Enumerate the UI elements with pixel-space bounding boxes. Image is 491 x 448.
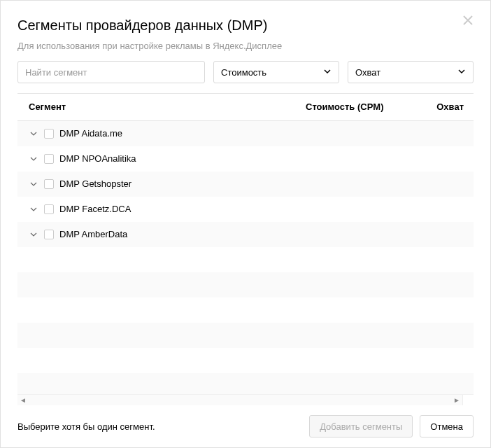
dialog-subtitle: Для использования при настройке рекламы … xyxy=(17,41,474,51)
dialog-title: Сегменты провайдеров данных (DMP) xyxy=(17,18,474,34)
cancel-label: Отмена xyxy=(430,421,463,432)
segment-label: DMP AmberData xyxy=(59,229,127,239)
scroll-track[interactable] xyxy=(29,395,451,405)
table-row: DMP AmberData xyxy=(17,222,474,247)
col-header-reach: Охват xyxy=(418,102,467,112)
cancel-button[interactable]: Отмена xyxy=(420,415,474,438)
table-row: DMP Aidata.me xyxy=(17,121,474,146)
search-input[interactable] xyxy=(17,61,205,83)
table-row: DMP Facetz.DCA xyxy=(17,197,474,222)
segment-checkbox[interactable] xyxy=(44,179,54,189)
scroll-corner xyxy=(462,395,474,405)
reach-select-label: Охват xyxy=(355,67,380,78)
table-row xyxy=(17,298,474,323)
segment-checkbox[interactable] xyxy=(44,129,54,139)
table-row xyxy=(17,247,474,272)
add-segments-label: Добавить сегменты xyxy=(320,421,402,432)
segment-label: DMP Aidata.me xyxy=(59,128,122,139)
scroll-right-arrow-icon[interactable]: ► xyxy=(451,396,462,404)
table-header: Сегмент Стоимость (CPM) Охват xyxy=(17,93,474,121)
cost-select-label: Стоимость xyxy=(221,67,266,78)
add-segments-button[interactable]: Добавить сегменты xyxy=(309,415,413,438)
footer-message: Выберите хотя бы один сегмент. xyxy=(17,421,302,432)
expand-caret-icon[interactable] xyxy=(29,155,38,162)
expand-caret-icon[interactable] xyxy=(29,130,38,137)
segment-label: DMP NPOAnalitika xyxy=(59,153,136,164)
segment-checkbox[interactable] xyxy=(44,230,54,239)
close-icon[interactable] xyxy=(460,12,476,29)
expand-caret-icon[interactable] xyxy=(29,206,38,213)
reach-select[interactable]: Охват xyxy=(348,61,474,83)
table-row: DMP Getshopster xyxy=(17,172,474,197)
dmp-segments-dialog: Сегменты провайдеров данных (DMP) Для ис… xyxy=(0,0,491,448)
segment-list[interactable]: DMP Aidata.meDMP NPOAnalitikaDMP Getshop… xyxy=(17,121,474,395)
expand-caret-icon[interactable] xyxy=(29,231,38,238)
filter-bar: Стоимость Охват xyxy=(17,61,474,83)
col-header-segment: Сегмент xyxy=(17,102,306,112)
expand-caret-icon[interactable] xyxy=(29,181,38,188)
table-row xyxy=(17,272,474,298)
table-row: DMP NPOAnalitika xyxy=(17,146,474,172)
table-row xyxy=(17,348,474,373)
segment-label: DMP Facetz.DCA xyxy=(59,204,131,214)
cost-select[interactable]: Стоимость xyxy=(213,61,339,83)
table-row xyxy=(17,373,474,395)
col-header-cpm: Стоимость (CPM) xyxy=(306,102,418,112)
dialog-footer: Выберите хотя бы один сегмент. Добавить … xyxy=(1,405,490,447)
segment-checkbox[interactable] xyxy=(44,204,54,214)
horizontal-scrollbar[interactable]: ◄ ► xyxy=(17,394,474,405)
chevron-down-icon xyxy=(457,67,466,78)
segment-checkbox[interactable] xyxy=(44,154,54,164)
segment-label: DMP Getshopster xyxy=(59,178,131,189)
table-row xyxy=(17,323,474,348)
chevron-down-icon xyxy=(323,67,332,78)
scroll-left-arrow-icon[interactable]: ◄ xyxy=(17,396,29,404)
